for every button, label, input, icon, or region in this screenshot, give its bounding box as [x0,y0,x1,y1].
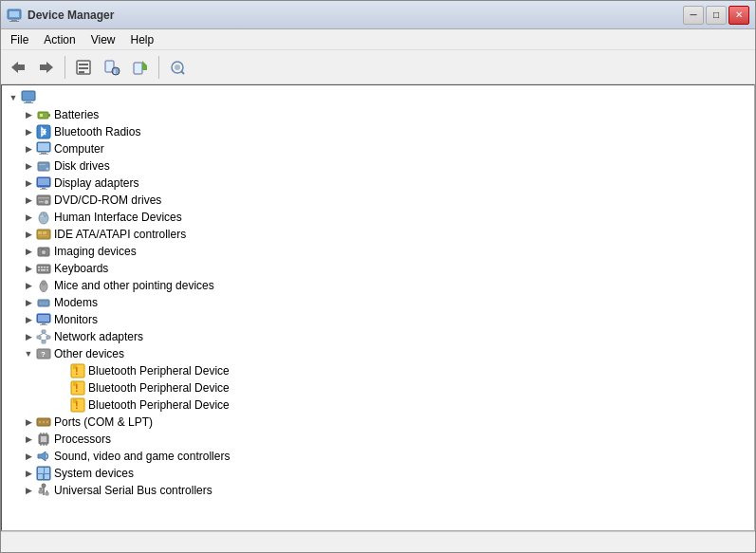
tree-item-disk-drives[interactable]: ▶ Disk drives [2,157,754,175]
toolbar-separator-1 [65,56,65,79]
tree-item-hid[interactable]: ▶ Human Interface Devices [2,209,754,226]
tree-item-usb[interactable]: ▶ Universal Serial Bus controllers [2,482,754,499]
tree-item-bluetooth-radios[interactable]: ▶ Bluetooth Radios [2,123,754,140]
processors-expand-icon[interactable]: ▶ [21,432,36,447]
mice-expand-icon[interactable]: ▶ [21,278,36,293]
tree-item-modems[interactable]: ▶ Modems [2,294,754,311]
network-expand-icon[interactable]: ▶ [21,329,36,344]
svg-rect-99 [41,436,46,442]
tree-root[interactable]: ▼ [2,89,754,106]
bt-radios-expand-icon[interactable]: ▶ [21,124,36,139]
app-icon [7,8,22,23]
ports-expand-icon[interactable]: ▶ [21,415,36,430]
imaging-expand-icon[interactable]: ▶ [21,244,36,259]
tree-item-ide-ata[interactable]: ▶ IDE ATA/ATAPI controllers [2,226,754,243]
device-tree[interactable]: ▼ ▶ [2,85,754,530]
tree-item-system-devices[interactable]: ▶ System devices [2,465,754,482]
tree-item-computer[interactable]: ▶ Computer [2,140,754,157]
svg-rect-114 [39,490,43,493]
status-bar [1,531,755,552]
other-expand-icon[interactable]: ▼ [21,346,36,361]
display-expand-icon[interactable]: ▶ [21,175,36,191]
batteries-expand-icon[interactable]: ▶ [21,107,36,122]
menu-file[interactable]: File [3,29,36,49]
hid-expand-icon[interactable]: ▶ [21,210,36,225]
close-button[interactable]: ✕ [728,6,749,25]
tree-item-other-devices[interactable]: ▼ ? Other devices [2,345,754,362]
sound-label: Sound, video and game controllers [54,450,230,463]
forward-button[interactable] [33,54,60,81]
maximize-button[interactable]: □ [706,6,727,25]
svg-rect-37 [42,188,46,189]
tree-item-network[interactable]: ▶ Network adapters [2,328,754,345]
svg-rect-111 [45,474,49,479]
svg-rect-25 [48,114,50,117]
system-expand-icon[interactable]: ▶ [21,466,36,481]
bt-peripheral-3-label: Bluetooth Peripheral Device [88,398,230,412]
svg-rect-76 [46,336,50,339]
tree-item-sound[interactable]: ▶ Sound, video and game controllers [2,448,754,465]
svg-marker-16 [142,61,147,65]
tree-item-mice[interactable]: ▶ Mice and other pointing devices [2,277,754,294]
dvd-expand-icon[interactable]: ▶ [21,193,36,208]
show-devices-button[interactable] [70,54,97,81]
svg-rect-62 [46,269,48,271]
svg-point-41 [45,200,48,204]
tree-item-monitors[interactable]: ▶ Monitors [2,311,754,328]
svg-rect-110 [38,474,43,479]
svg-rect-26 [40,114,43,117]
monitors-expand-icon[interactable]: ▶ [21,312,36,327]
window-title: Device Manager [28,9,683,22]
display-adapters-label: Display adapters [54,176,138,190]
svg-marker-4 [11,62,18,73]
modems-expand-icon[interactable]: ▶ [21,295,36,310]
scan-hardware-button[interactable] [164,54,191,81]
minimize-button[interactable]: ─ [683,6,704,25]
svg-line-81 [39,339,44,341]
root-expand-icon[interactable]: ▼ [6,90,21,105]
tree-item-display-adapters[interactable]: ▶ Display adapters [2,175,754,192]
svg-rect-17 [142,65,147,70]
svg-rect-46 [41,215,44,217]
menu-view[interactable]: View [83,29,123,49]
tree-item-bt-peripheral-1[interactable]: ▶ ! Bluetooth Peripheral Device [2,362,754,379]
svg-rect-40 [38,197,49,199]
svg-rect-31 [39,154,48,155]
tree-item-processors[interactable]: ▶ Processors [2,431,754,448]
tree-item-dvd-cdrom[interactable]: ▶ DVD/CD-ROM drives [2,192,754,209]
svg-rect-74 [42,330,46,333]
sound-expand-icon[interactable]: ▶ [21,449,36,464]
mice-icon [36,278,51,293]
keyboards-expand-icon[interactable]: ▶ [21,261,36,276]
menu-action[interactable]: Action [36,29,83,49]
svg-point-95 [39,421,41,423]
keyboards-icon [36,261,51,276]
bt-peripheral-1-icon: ! [70,363,85,378]
back-button[interactable] [5,54,31,81]
svg-rect-90 [73,382,77,386]
ide-expand-icon[interactable]: ▶ [21,227,36,242]
computer-expand-icon[interactable]: ▶ [21,141,36,157]
usb-label: Universal Serial Bus controllers [54,484,212,497]
tree-item-bt-peripheral-3[interactable]: ▶ ! Bluetooth Peripheral Device [2,396,754,414]
svg-rect-49 [43,231,46,234]
svg-rect-11 [79,71,84,73]
svg-rect-55 [37,265,50,273]
svg-rect-9 [79,64,88,65]
tree-item-imaging[interactable]: ▶ Imaging devices [2,243,754,260]
svg-rect-39 [37,195,50,205]
hid-label: Human Interface Devices [54,211,182,224]
menu-help[interactable]: Help [123,29,162,49]
disk-expand-icon[interactable]: ▶ [21,158,36,174]
ide-ata-label: IDE ATA/ATAPI controllers [54,228,186,241]
tree-item-batteries[interactable]: ▶ Batteries [2,106,754,123]
monitors-icon [36,312,51,327]
tree-item-keyboards[interactable]: ▶ Keyboards [2,260,754,277]
properties-button[interactable]: i [99,54,125,81]
usb-expand-icon[interactable]: ▶ [21,483,36,498]
svg-rect-73 [40,324,47,325]
update-driver-button[interactable] [127,54,154,81]
tree-item-ports[interactable]: ▶ Ports (COM & LPT) [2,414,754,431]
dvd-cdrom-label: DVD/CD-ROM drives [54,194,161,207]
tree-item-bt-peripheral-2[interactable]: ▶ ! Bluetooth Peripheral Device [2,379,754,396]
